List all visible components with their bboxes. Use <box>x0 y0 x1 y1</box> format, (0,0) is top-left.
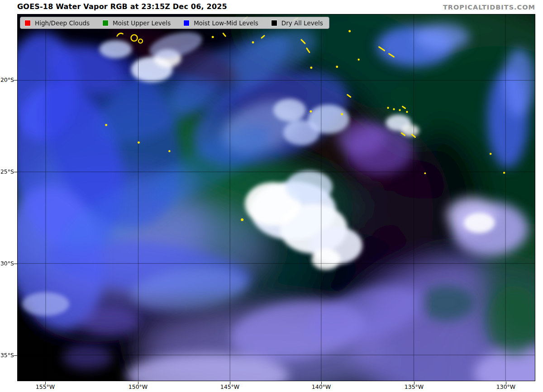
lat-tick-35s <box>14 355 17 356</box>
legend-swatch-high-deep-clouds <box>24 20 31 26</box>
page: GOES-18 Water Vapor RGB at 23:15Z Dec 06… <box>0 0 543 392</box>
lat-tick-30s <box>14 264 17 264</box>
lon-tick-130w <box>506 382 506 384</box>
lon-label-135w: 135°W <box>405 383 424 391</box>
legend-swatch-moist-upper-levels <box>102 20 109 26</box>
satellite-map: High/Deep Clouds Moist Upper Levels Mois… <box>17 14 535 381</box>
lon-label-140w: 140°W <box>312 383 331 391</box>
legend-item-moist-low-mid-levels: Moist Low-Mid Levels <box>183 19 258 27</box>
lat-label-25s: 25°S <box>0 168 14 175</box>
lon-label-155w: 155°W <box>36 383 55 391</box>
lon-tick-150w <box>138 382 138 384</box>
legend-item-dry-all-levels: Dry All Levels <box>271 19 323 27</box>
legend: High/Deep Clouds Moist Upper Levels Mois… <box>20 17 329 29</box>
lon-label-130w: 130°W <box>496 383 515 391</box>
lon-tick-140w <box>321 382 322 384</box>
legend-swatch-dry-all-levels <box>271 20 277 26</box>
lon-tick-135w <box>414 382 414 384</box>
legend-label-dry-all-levels: Dry All Levels <box>281 19 323 27</box>
lat-tick-20s <box>14 80 17 80</box>
lon-tick-145w <box>230 382 230 384</box>
lat-label-35s: 35°S <box>0 352 14 359</box>
lon-label-145w: 145°W <box>220 383 239 391</box>
legend-label-high-deep-clouds: High/Deep Clouds <box>35 19 90 27</box>
lon-label-150w: 150°W <box>129 383 148 391</box>
site-watermark: TROPICALTIDBITS.COM <box>443 4 535 11</box>
legend-label-moist-upper-levels: Moist Upper Levels <box>113 19 171 27</box>
lat-label-20s: 20°S <box>0 76 14 84</box>
legend-item-moist-upper-levels: Moist Upper Levels <box>102 19 171 27</box>
lat-label-30s: 30°S <box>0 260 14 267</box>
page-title: GOES-18 Water Vapor RGB at 23:15Z Dec 06… <box>17 2 227 11</box>
legend-item-high-deep-clouds: High/Deep Clouds <box>24 19 90 27</box>
legend-swatch-moist-low-mid-levels <box>183 20 190 26</box>
lat-tick-25s <box>14 172 17 172</box>
legend-label-moist-low-mid-levels: Moist Low-Mid Levels <box>194 19 258 27</box>
lon-tick-155w <box>45 382 46 384</box>
water-vapor-imagery <box>18 14 535 381</box>
